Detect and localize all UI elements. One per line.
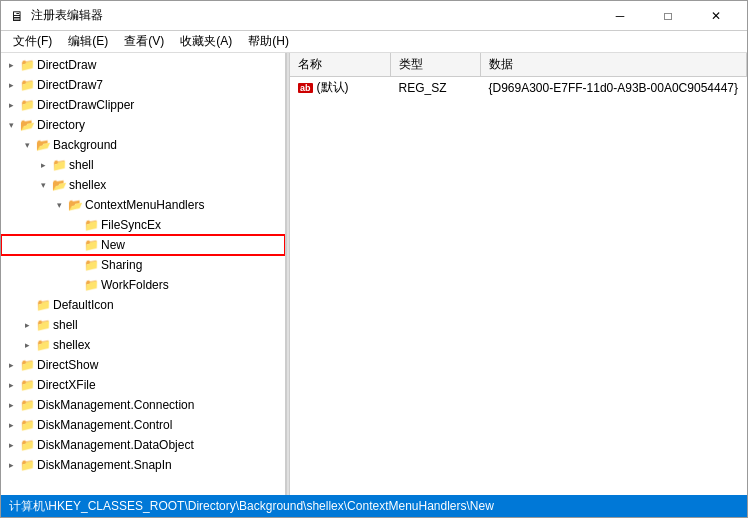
menu-favorites[interactable]: 收藏夹(A) <box>172 31 240 52</box>
tree-label-background: Background <box>53 138 117 152</box>
tree-label-diskmanagement-snapin: DiskManagement.SnapIn <box>37 458 172 472</box>
tree-item-diskmanagement-dataobject[interactable]: DiskManagement.DataObject <box>1 435 285 455</box>
tree-arrow-directdraw <box>3 57 19 73</box>
tree-item-directdraw[interactable]: DirectDraw <box>1 55 285 75</box>
tree-label-shellex2: shellex <box>53 338 90 352</box>
tree-label-directory: Directory <box>37 118 85 132</box>
tree-item-contextmenuhandlers[interactable]: ContextMenuHandlers <box>1 195 285 215</box>
col-header-type: 类型 <box>390 53 480 77</box>
tree-arrow-directdrawclipper <box>3 97 19 113</box>
tree-arrow-diskmanagement-snapin <box>3 457 19 473</box>
registry-table: 名称 类型 数据 ab(默认)REG_SZ{D969A300-E7FF-11d0… <box>290 53 747 98</box>
tree-arrow-diskmanagement-control <box>3 417 19 433</box>
registry-editor-window: 🖥 注册表编辑器 ─ □ ✕ 文件(F) 编辑(E) 查看(V) 收藏夹(A) … <box>0 0 748 518</box>
maximize-button[interactable]: □ <box>645 1 691 31</box>
tree-item-diskmanagement-control[interactable]: DiskManagement.Control <box>1 415 285 435</box>
close-button[interactable]: ✕ <box>693 1 739 31</box>
tree-item-shell2[interactable]: shell <box>1 315 285 335</box>
menu-bar: 文件(F) 编辑(E) 查看(V) 收藏夹(A) 帮助(H) <box>1 31 747 53</box>
folder-icon <box>19 117 35 133</box>
tree-item-directdraw7[interactable]: DirectDraw7 <box>1 75 285 95</box>
tree-item-diskmanagement-snapin[interactable]: DiskManagement.SnapIn <box>1 455 285 475</box>
tree-label-directshow: DirectShow <box>37 358 98 372</box>
tree-item-new[interactable]: New <box>1 235 285 255</box>
folder-icon <box>19 397 35 413</box>
tree-arrow-shell2 <box>19 317 35 333</box>
tree-item-defaulticon[interactable]: DefaultIcon <box>1 295 285 315</box>
tree-arrow-contextmenuhandlers <box>51 197 67 213</box>
folder-icon <box>83 257 99 273</box>
tree-pane[interactable]: DirectDrawDirectDraw7DirectDrawClipperDi… <box>1 53 286 495</box>
tree-item-workfolders[interactable]: WorkFolders <box>1 275 285 295</box>
window-controls: ─ □ ✕ <box>597 1 739 31</box>
tree-arrow-shellex2 <box>19 337 35 353</box>
col-header-name: 名称 <box>290 53 390 77</box>
tree-arrow-directxfile <box>3 377 19 393</box>
tree-label-directdrawclipper: DirectDrawClipper <box>37 98 134 112</box>
tree-item-directory[interactable]: Directory <box>1 115 285 135</box>
folder-icon <box>19 357 35 373</box>
folder-icon <box>19 77 35 93</box>
tree-arrow-background <box>19 137 35 153</box>
folder-icon <box>19 57 35 73</box>
tree-arrow-directdraw7 <box>3 77 19 93</box>
menu-edit[interactable]: 编辑(E) <box>60 31 116 52</box>
ab-icon: ab <box>298 83 313 93</box>
main-content: DirectDrawDirectDraw7DirectDrawClipperDi… <box>1 53 747 495</box>
tree-arrow-diskmanagement-dataobject <box>3 437 19 453</box>
folder-icon <box>19 97 35 113</box>
status-bar: 计算机\HKEY_CLASSES_ROOT\Directory\Backgrou… <box>1 495 747 517</box>
folder-icon <box>35 317 51 333</box>
tree-item-sharing[interactable]: Sharing <box>1 255 285 275</box>
tree-label-directdraw7: DirectDraw7 <box>37 78 103 92</box>
table-row[interactable]: ab(默认)REG_SZ{D969A300-E7FF-11d0-A93B-00A… <box>290 77 747 99</box>
tree-arrow-directory <box>3 117 19 133</box>
folder-icon <box>67 197 83 213</box>
menu-view[interactable]: 查看(V) <box>116 31 172 52</box>
table-header: 名称 类型 数据 <box>290 53 747 77</box>
tree-label-workfolders: WorkFolders <box>101 278 169 292</box>
tree-item-directxfile[interactable]: DirectXFile <box>1 375 285 395</box>
reg-name-cell: ab(默认) <box>290 77 390 99</box>
table-body: ab(默认)REG_SZ{D969A300-E7FF-11d0-A93B-00A… <box>290 77 747 99</box>
tree-label-sharing: Sharing <box>101 258 142 272</box>
folder-icon <box>19 417 35 433</box>
window-title: 注册表编辑器 <box>31 7 597 24</box>
tree-arrow-directshow <box>3 357 19 373</box>
folder-icon <box>51 157 67 173</box>
tree-label-contextmenuhandlers: ContextMenuHandlers <box>85 198 204 212</box>
tree-arrow-shellex <box>35 177 51 193</box>
folder-icon <box>35 137 51 153</box>
status-text: 计算机\HKEY_CLASSES_ROOT\Directory\Backgrou… <box>9 498 494 515</box>
tree-item-shellex2[interactable]: shellex <box>1 335 285 355</box>
tree-label-new: New <box>101 238 125 252</box>
col-header-data: 数据 <box>480 53 747 77</box>
tree-label-shell2: shell <box>53 318 78 332</box>
tree-item-diskmanagement-connection[interactable]: DiskManagement.Connection <box>1 395 285 415</box>
tree-item-background[interactable]: Background <box>1 135 285 155</box>
folder-icon <box>51 177 67 193</box>
reg-name: (默认) <box>317 80 349 94</box>
tree-label-defaulticon: DefaultIcon <box>53 298 114 312</box>
minimize-button[interactable]: ─ <box>597 1 643 31</box>
tree-item-directdrawclipper[interactable]: DirectDrawClipper <box>1 95 285 115</box>
tree-item-directshow[interactable]: DirectShow <box>1 355 285 375</box>
folder-icon <box>19 437 35 453</box>
tree-label-filesyncex: FileSyncEx <box>101 218 161 232</box>
menu-help[interactable]: 帮助(H) <box>240 31 297 52</box>
menu-file[interactable]: 文件(F) <box>5 31 60 52</box>
tree-item-shellex[interactable]: shellex <box>1 175 285 195</box>
folder-icon <box>35 297 51 313</box>
tree-label-diskmanagement-connection: DiskManagement.Connection <box>37 398 194 412</box>
folder-icon <box>35 337 51 353</box>
tree-item-shell[interactable]: shell <box>1 155 285 175</box>
right-pane: 名称 类型 数据 ab(默认)REG_SZ{D969A300-E7FF-11d0… <box>290 53 747 495</box>
app-icon: 🖥 <box>9 8 25 24</box>
folder-icon <box>83 237 99 253</box>
reg-type-cell: REG_SZ <box>390 77 480 99</box>
tree-label-shell: shell <box>69 158 94 172</box>
tree-item-filesyncex[interactable]: FileSyncEx <box>1 215 285 235</box>
tree-arrow-diskmanagement-connection <box>3 397 19 413</box>
tree-label-diskmanagement-control: DiskManagement.Control <box>37 418 172 432</box>
folder-icon <box>83 217 99 233</box>
